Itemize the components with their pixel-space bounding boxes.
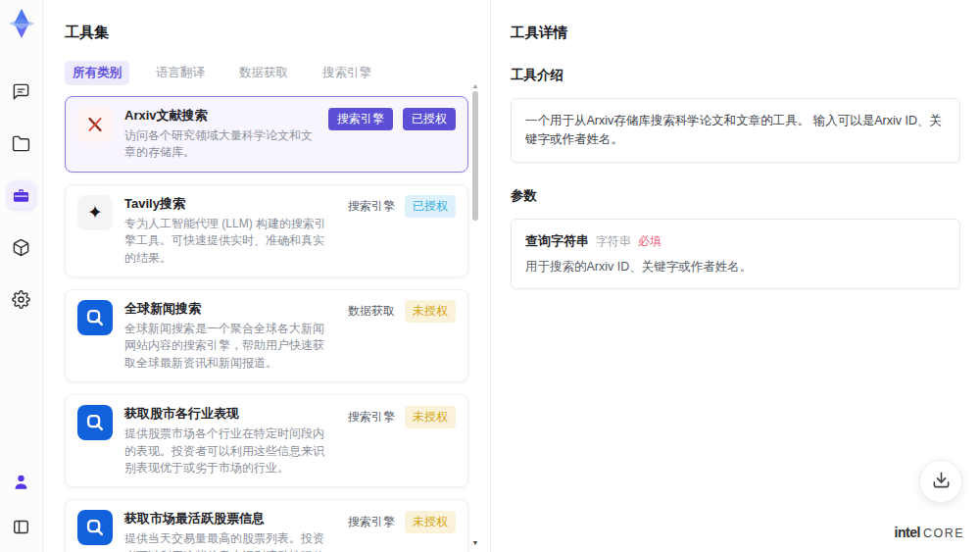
sidebar-nav (8, 77, 35, 313)
search-magnifier-icon (77, 405, 113, 440)
tab-category-1[interactable]: 语言翻译 (148, 61, 213, 85)
download-button[interactable] (919, 460, 962, 503)
category-badge: 搜索引擎 (348, 198, 395, 215)
detail-title: 工具详情 (511, 24, 960, 42)
download-icon (932, 471, 951, 493)
chat-icon (12, 82, 30, 101)
tool-list: Arxiv文献搜索访问各个研究领域大量科学论文和文章的存储库。搜索引擎已授权✦T… (65, 96, 468, 552)
tool-name: 获取市场最活跃股票信息 (124, 510, 332, 527)
tool-description: 提供股票市场各个行业在特定时间段内的表现。投资者可以利用这些信息来识别表现优于或… (124, 426, 332, 477)
auth-status-badge: 未授权 (405, 406, 456, 428)
auth-status-badge: 未授权 (405, 511, 456, 533)
tool-description: 提供当天交易量最高的股票列表。投资者可以利用这些信息来识别流动性强的股票和潜在的… (124, 530, 332, 552)
app-logo gem-logo-icon[interactable] (6, 7, 37, 40)
panel-toggle-icon (12, 518, 30, 536)
tool-description: 全球新闻搜索是一个聚合全球各大新闻网站内容的搜索引擎，帮助用户快速获取全球最新资… (124, 321, 332, 372)
category-badge: 数据获取 (348, 303, 395, 320)
tool-intro-text: 一个用于从Arxiv存储库搜索科学论文和文章的工具。 输入可以是Arxiv ID… (525, 114, 942, 146)
param-card: 查询字符串字符串必填用于搜索的Arxiv ID、关键字或作者姓名。 (511, 219, 960, 289)
tool-intro-box: 一个用于从Arxiv存储库搜索科学论文和文章的工具。 输入可以是Arxiv ID… (511, 98, 960, 163)
category-badge: 搜索引擎 (348, 409, 395, 426)
param-type: 字符串 (596, 233, 631, 250)
category-badge: 搜索引擎 (328, 108, 393, 130)
param-required-flag: 必填 (638, 233, 662, 250)
briefcase-icon (12, 186, 30, 205)
app-window: 工具集 所有类别语言翻译数据获取搜索引擎 Arxiv文献搜索访问各个研究领域大量… (0, 0, 980, 552)
sidebar-item-settings[interactable] (8, 285, 35, 313)
auth-status-badge: 未授权 (405, 300, 456, 323)
intel-core-logo: intel CORE (895, 525, 964, 540)
sidebar (0, 0, 43, 552)
user-icon (12, 473, 30, 491)
params-heading: 参数 (511, 187, 960, 205)
auth-status-badge: 已授权 (405, 195, 456, 218)
tool-description: 访问各个研究领域大量科学论文和文章的存储库。 (124, 127, 313, 162)
package-icon (12, 238, 30, 257)
search-magnifier-icon (77, 510, 113, 545)
sidebar-item-tools[interactable] (8, 181, 35, 209)
sidebar-item-panel-toggle[interactable] (8, 513, 35, 540)
intro-heading: 工具介绍 (511, 67, 960, 84)
tool-name: 全球新闻搜索 (124, 300, 332, 317)
page-title: 工具集 (65, 24, 490, 42)
tab-category-3[interactable]: 搜索引擎 (315, 61, 379, 85)
sidebar-bottom (8, 468, 35, 540)
auth-status-badge: 已授权 (403, 108, 456, 130)
intel-wordmark: intel (895, 525, 920, 540)
tool-detail-panel: 工具详情 工具介绍 一个用于从Arxiv存储库搜索科学论文和文章的工具。 输入可… (490, 0, 980, 552)
params-list: 查询字符串字符串必填用于搜索的Arxiv ID、关键字或作者姓名。 (511, 219, 960, 289)
param-description: 用于搜索的Arxiv ID、关键字或作者姓名。 (525, 259, 946, 276)
tab-category-2[interactable]: 数据获取 (231, 61, 296, 85)
tool-name: Tavily搜索 (124, 195, 332, 212)
param-name: 查询字符串 (525, 232, 589, 250)
gear-icon (12, 290, 30, 309)
core-wordmark: CORE (923, 527, 964, 540)
tool-description: 专为人工智能代理 (LLM) 构建的搜索引擎工具。可快速提供实时、准确和真实的结… (124, 216, 332, 267)
folder-icon (12, 134, 30, 153)
tool-card[interactable]: ✦Tavily搜索专为人工智能代理 (LLM) 构建的搜索引擎工具。可快速提供实… (65, 184, 468, 277)
tool-card[interactable]: Arxiv文献搜索访问各个研究领域大量科学论文和文章的存储库。搜索引擎已授权 (65, 96, 468, 173)
category-badge: 搜索引擎 (348, 514, 395, 530)
category-tabs: 所有类别语言翻译数据获取搜索引擎 (65, 61, 490, 85)
tool-card[interactable]: 全球新闻搜索全球新闻搜索是一个聚合全球各大新闻网站内容的搜索引擎，帮助用户快速获… (65, 289, 468, 382)
sidebar-item-chat[interactable] (8, 77, 35, 105)
tool-card[interactable]: 获取市场最活跃股票信息提供当天交易量最高的股票列表。投资者可以利用这些信息来识别… (65, 499, 468, 552)
scrollbar[interactable]: ▲ ▼ (470, 82, 480, 546)
scrollbar-thumb[interactable] (472, 91, 478, 221)
sidebar-item-folder[interactable] (8, 129, 35, 157)
search-magnifier-icon (77, 300, 113, 335)
sidebar-item-user[interactable] (8, 468, 35, 495)
sparkle-icon: ✦ (77, 195, 113, 230)
tool-name: Arxiv文献搜索 (124, 107, 313, 124)
arxiv-logo-icon (77, 107, 113, 142)
tab-category-0[interactable]: 所有类别 (65, 61, 129, 85)
tool-name: 获取股市各行业表现 (124, 405, 332, 422)
scroll-down-icon[interactable]: ▼ (470, 539, 480, 546)
tool-card[interactable]: 获取股市各行业表现提供股票市场各个行业在特定时间段内的表现。投资者可以利用这些信… (65, 394, 468, 487)
scroll-up-icon[interactable]: ▲ (470, 82, 480, 89)
tools-panel: 工具集 所有类别语言翻译数据获取搜索引擎 Arxiv文献搜索访问各个研究领域大量… (43, 0, 490, 552)
sidebar-item-packages[interactable] (8, 233, 35, 261)
